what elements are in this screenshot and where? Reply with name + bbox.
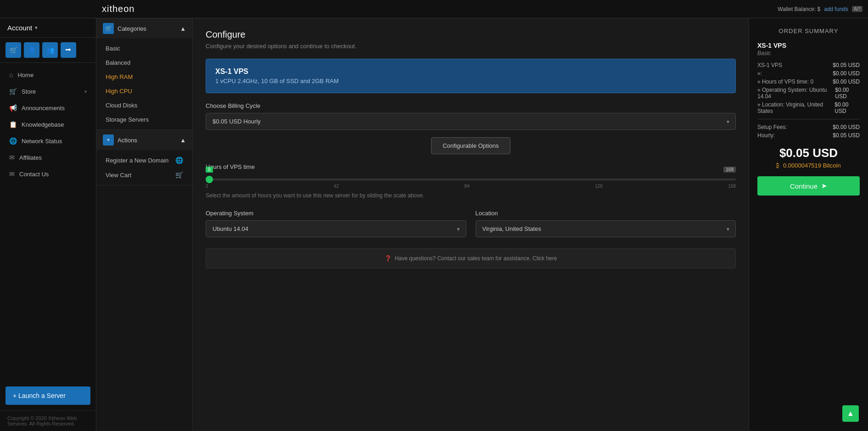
- sidebar-item-knowledgebase[interactable]: 📋 Knowledgebase: [0, 116, 96, 133]
- sidebar-nav: ⌂ Home 🛒 Store ▾ 📢 Announcements 📋 Knowl…: [0, 63, 96, 381]
- configurable-options-button[interactable]: Configurable Options: [431, 137, 510, 154]
- main-content: Configure Configure your desired options…: [193, 18, 749, 431]
- order-hourly: Hourly: $0.05 USD: [757, 132, 860, 139]
- hourly-label: Hourly:: [757, 132, 775, 139]
- sidebar-item-label: Store: [22, 88, 80, 95]
- tick-168: 168: [728, 184, 736, 189]
- sidebar-item-label: Announcements: [22, 105, 87, 112]
- category-basic[interactable]: Basic: [96, 41, 192, 56]
- os-select[interactable]: Ubuntu 14.04: [206, 220, 466, 237]
- setup-fees-value: $0.00 USD: [833, 124, 860, 130]
- user-icon-btn[interactable]: 👤: [24, 42, 39, 58]
- categories-items: Basic Balanced High RAM High CPU Cloud D…: [96, 39, 192, 129]
- sidebar-item-network-status[interactable]: 🌐 Network Status: [0, 133, 96, 149]
- os-select-wrapper: Ubuntu 14.04: [206, 220, 466, 237]
- slider-ticks: 0 42 84 126 168: [206, 184, 736, 189]
- config-row: Operating System Ubuntu 14.04 Location V…: [206, 210, 736, 237]
- category-high-ram[interactable]: High RAM: [96, 70, 192, 84]
- tick-84: 84: [465, 184, 470, 189]
- categories-collapse-icon: ▲: [180, 25, 186, 32]
- tick-126: 126: [595, 184, 603, 189]
- action-register-domain[interactable]: Register a New Domain 🌐: [96, 153, 192, 168]
- sidebar-item-affiliates[interactable]: ✉ Affiliates: [0, 149, 96, 166]
- category-storage-servers[interactable]: Storage Servers: [96, 112, 192, 127]
- billing-cycle-section: Choose Billing Cycle $0.05 USD Hourly: [206, 102, 736, 130]
- signout-icon-btn[interactable]: ⮕: [61, 42, 76, 58]
- order-line-1: XS-1 VPS $0.05 USD: [757, 62, 860, 68]
- scroll-top-button[interactable]: ▲: [842, 405, 859, 422]
- btc-icon: ₿: [776, 162, 779, 169]
- sidebar-footer: Copyright © 2020 Xitheon Web Services. A…: [0, 410, 96, 431]
- categories-header[interactable]: 🛒 Categories ▲: [96, 18, 192, 39]
- order-total-usd: $0.05 USD: [757, 146, 860, 160]
- category-balanced[interactable]: Balanced: [96, 56, 192, 70]
- cart-icon-btn[interactable]: 🛒: [6, 42, 21, 58]
- account-menu[interactable]: Account ▾: [0, 18, 96, 38]
- sidebar-item-announcements[interactable]: 📢 Announcements: [0, 100, 96, 116]
- users-icon-btn[interactable]: 👥: [42, 42, 58, 58]
- actions-collapse-icon: ▲: [180, 137, 186, 144]
- location-label: Location: [476, 210, 736, 217]
- categories-section: 🛒 Categories ▲ Basic Balanced High RAM H…: [96, 18, 192, 130]
- launch-server-button[interactable]: + Launch a Server: [6, 386, 90, 405]
- cart-icon: 🛒: [175, 171, 183, 179]
- wallet-label: Wallet Balance: $: [778, 6, 820, 12]
- hours-slider[interactable]: [206, 179, 736, 180]
- order-line-4: » Operating System: Ubuntu 14.04 $0.00 U…: [757, 87, 860, 100]
- affiliates-icon: ✉: [9, 154, 15, 161]
- order-summary: ORDER SUMMARY XS-1 VPS Basic XS-1 VPS $0…: [749, 18, 868, 431]
- continue-button[interactable]: Continue ➤: [757, 176, 860, 196]
- billing-cycle-label: Choose Billing Cycle: [206, 102, 736, 109]
- billing-select-wrapper: $0.05 USD Hourly: [206, 113, 736, 130]
- sidebar-item-label: Contact Us: [19, 171, 87, 178]
- hourly-value: $0.05 USD: [833, 132, 860, 139]
- secondary-panel: 🛒 Categories ▲ Basic Balanced High RAM H…: [96, 18, 193, 431]
- continue-arrow-icon: ➤: [821, 182, 827, 190]
- order-product-sub: Basic: [757, 50, 860, 56]
- home-icon: ⌂: [9, 71, 13, 78]
- contact-icon: ✉: [9, 170, 15, 178]
- scroll-top-icon: ▲: [847, 409, 854, 418]
- actions-icon: +: [103, 134, 114, 146]
- category-cloud-disks[interactable]: Cloud Disks: [96, 98, 192, 112]
- continue-label: Continue: [790, 182, 818, 190]
- product-card: XS-1 VPS 1 vCPU 2.4GHz, 10 GB of SSD and…: [206, 59, 736, 93]
- sidebar-icon-row: 🛒 👤 👥 ⮕: [0, 38, 96, 63]
- location-select-wrapper: Virginia, United States: [476, 220, 736, 237]
- product-name: XS-1 VPS: [215, 67, 726, 76]
- product-desc: 1 vCPU 2.4GHz, 10 GB of SSD and 2GB RAM: [215, 78, 726, 84]
- order-line-2: »: $0.00 USD: [757, 70, 860, 77]
- logo: xitheon: [102, 4, 135, 14]
- globe-icon: 🌐: [175, 157, 183, 164]
- categories-icon: 🛒: [103, 23, 114, 34]
- account-label: Account: [7, 24, 32, 32]
- actions-header[interactable]: + Actions ▲: [96, 130, 192, 150]
- sidebar-item-label: Affiliates: [19, 154, 87, 161]
- slider-label: Hours of VPS time: [206, 163, 736, 170]
- page-title: Configure: [206, 29, 736, 40]
- billing-cycle-select[interactable]: $0.05 USD Hourly: [206, 113, 736, 130]
- store-icon: 🛒: [9, 88, 17, 95]
- sidebar-item-contact-us[interactable]: ✉ Contact Us: [0, 166, 96, 182]
- location-select[interactable]: Virginia, United States: [476, 220, 736, 237]
- category-high-cpu[interactable]: High CPU: [96, 84, 192, 98]
- sidebar-item-label: Network Status: [22, 138, 87, 145]
- order-setup-fees: Setup Fees: $0.00 USD: [757, 124, 860, 130]
- add-funds-link[interactable]: add funds: [824, 6, 848, 12]
- sidebar-item-store[interactable]: 🛒 Store ▾: [0, 83, 96, 100]
- tick-0: 0: [206, 184, 208, 189]
- slider-track: 0 168: [206, 175, 736, 182]
- order-line-3: » Hours of VPS time: 0 $0.00 USD: [757, 78, 860, 85]
- order-product-name: XS-1 VPS: [757, 42, 860, 49]
- slider-max-badge: 168: [723, 167, 736, 173]
- sidebar: Account ▾ 🛒 👤 👥 ⮕ ⌂ Home 🛒 Store ▾ 📢 Ann…: [0, 18, 96, 431]
- sidebar-item-home[interactable]: ⌂ Home: [0, 67, 96, 83]
- categories-label: Categories: [118, 25, 146, 32]
- action-view-cart[interactable]: View Cart 🛒: [96, 168, 192, 182]
- sidebar-item-label: Home: [17, 72, 87, 78]
- page-subtitle: Configure your desired options and conti…: [206, 43, 736, 50]
- question-icon: ❓: [385, 255, 392, 262]
- order-summary-title: ORDER SUMMARY: [757, 28, 860, 34]
- help-link[interactable]: Have questions? Contact our sales team f…: [395, 255, 557, 262]
- setup-fees-label: Setup Fees:: [757, 124, 787, 130]
